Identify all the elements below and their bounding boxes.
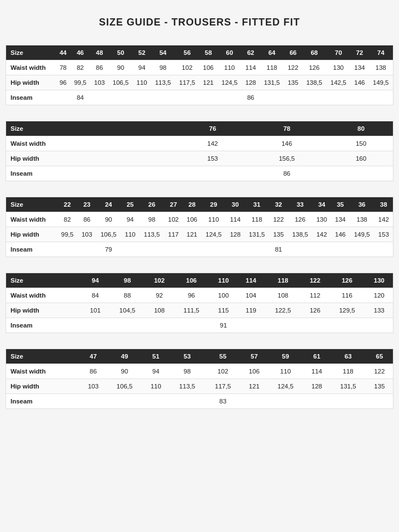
cell-value: 88 xyxy=(109,288,146,303)
cell-value: 134 xyxy=(350,60,369,75)
cell-value: 102 xyxy=(205,364,241,379)
size-header-50: 50 xyxy=(109,45,133,60)
cell-value: 122 xyxy=(269,212,288,227)
cell-value: 118 xyxy=(260,60,284,75)
cell-value: 134 xyxy=(331,212,350,227)
cell-value xyxy=(288,242,313,257)
table-row: Hip width101104,5108111,5115119122,51261… xyxy=(6,303,393,318)
cell-value xyxy=(260,90,284,105)
cell-value: 156,5 xyxy=(244,151,329,166)
cell-value: 153 xyxy=(181,151,244,166)
cell-value xyxy=(121,242,140,257)
cell-value: 150 xyxy=(329,136,393,151)
size-header-118: 118 xyxy=(265,273,301,288)
cell-value: 104,5 xyxy=(109,303,146,318)
cell-value: 138,5 xyxy=(302,75,326,90)
size-header-30: 30 xyxy=(226,197,245,212)
cell-value: 94 xyxy=(121,212,140,227)
cell-value xyxy=(329,318,365,333)
table-row: Waist width78828690949810210611011411812… xyxy=(6,60,393,75)
size-header-27: 27 xyxy=(164,197,183,212)
size-header-130: 130 xyxy=(365,273,393,288)
cell-value xyxy=(326,90,351,105)
cell-value: 138 xyxy=(369,60,393,75)
cell-value xyxy=(90,90,109,105)
size-header-106: 106 xyxy=(173,273,209,288)
table-row: Hip width153156,5160 xyxy=(6,151,393,166)
table-row: Inseam8486 xyxy=(6,90,393,105)
cell-value: 129,5 xyxy=(329,303,365,318)
cell-value: 124,5 xyxy=(201,227,226,242)
size-header-122: 122 xyxy=(301,273,329,288)
row-label: Hip width xyxy=(6,151,181,166)
cell-value xyxy=(173,318,209,333)
size-header-68: 68 xyxy=(302,45,326,60)
row-label: Waist width xyxy=(6,288,81,303)
cell-value: 98 xyxy=(140,212,165,227)
cell-value: 83 xyxy=(205,394,241,409)
cell-value xyxy=(151,90,175,105)
cell-value: 90 xyxy=(109,60,133,75)
cell-value xyxy=(57,242,78,257)
table-row: Hip width103106,5110113,5117,5121124,512… xyxy=(6,379,393,394)
cell-value xyxy=(201,242,226,257)
row-label: Inseam xyxy=(6,394,80,409)
cell-value: 122,5 xyxy=(265,303,301,318)
cell-value: 142 xyxy=(313,227,331,242)
cell-value: 99,5 xyxy=(57,227,78,242)
cell-value: 113,5 xyxy=(151,75,175,90)
cell-value: 104 xyxy=(237,288,265,303)
cell-value: 94 xyxy=(142,364,170,379)
size-header-74: 74 xyxy=(369,45,393,60)
cell-value: 160 xyxy=(329,151,393,166)
cell-value: 81 xyxy=(269,242,288,257)
size-header-22: 22 xyxy=(57,197,78,212)
row-label: Waist width xyxy=(6,60,56,75)
cell-value: 135 xyxy=(269,227,288,242)
cell-value: 130 xyxy=(313,212,331,227)
table-row: Hip width99,5103106,5110113,5117121124,5… xyxy=(6,227,393,242)
cell-value: 86 xyxy=(78,212,96,227)
size-header-38: 38 xyxy=(374,197,393,212)
cell-value: 153 xyxy=(374,227,393,242)
size-header-47: 47 xyxy=(80,349,107,364)
size-header-51: 51 xyxy=(142,349,170,364)
cell-value: 121 xyxy=(200,75,218,90)
cell-value: 117,5 xyxy=(205,379,241,394)
row-label: Inseam xyxy=(6,242,57,257)
cell-value: 122 xyxy=(366,364,393,379)
cell-value xyxy=(183,242,202,257)
cell-value xyxy=(164,242,183,257)
cell-value: 110 xyxy=(201,212,226,227)
size-header-49: 49 xyxy=(107,349,142,364)
cell-value: 92 xyxy=(146,288,173,303)
cell-value: 90 xyxy=(96,212,121,227)
table-table2: Size767880Waist width142146150Hip width1… xyxy=(6,121,393,181)
column-label-header: Size xyxy=(6,273,81,288)
table-row: Waist width84889296100104108112116120 xyxy=(6,288,393,303)
cell-value xyxy=(56,90,70,105)
cell-value: 128 xyxy=(303,379,330,394)
row-label: Hip width xyxy=(6,75,56,90)
cell-value: 113,5 xyxy=(170,379,205,394)
table-row: Hip width9699,5103106,5110113,5117,51211… xyxy=(6,75,393,90)
size-header-80: 80 xyxy=(329,121,393,136)
row-label: Waist width xyxy=(6,364,80,379)
cell-value: 117,5 xyxy=(175,75,200,90)
cell-value: 126 xyxy=(301,303,329,318)
cell-value: 121 xyxy=(183,227,202,242)
table-row: Inseam7981 xyxy=(6,242,393,257)
size-header-64: 64 xyxy=(260,45,284,60)
cell-value: 121 xyxy=(241,379,268,394)
cell-value xyxy=(217,90,242,105)
row-label: Inseam xyxy=(6,318,81,333)
size-header-28: 28 xyxy=(183,197,202,212)
cell-value: 103 xyxy=(80,379,107,394)
cell-value: 114 xyxy=(242,60,260,75)
table-row: Waist width82869094981021061101141181221… xyxy=(6,212,393,227)
row-label: Waist width xyxy=(6,136,181,151)
size-header-23: 23 xyxy=(78,197,96,212)
size-table-table5: Size47495153555759616365Waist width86909… xyxy=(6,349,393,409)
table-row: Inseam86 xyxy=(6,166,393,181)
table-row: Waist width142146150 xyxy=(6,136,393,151)
